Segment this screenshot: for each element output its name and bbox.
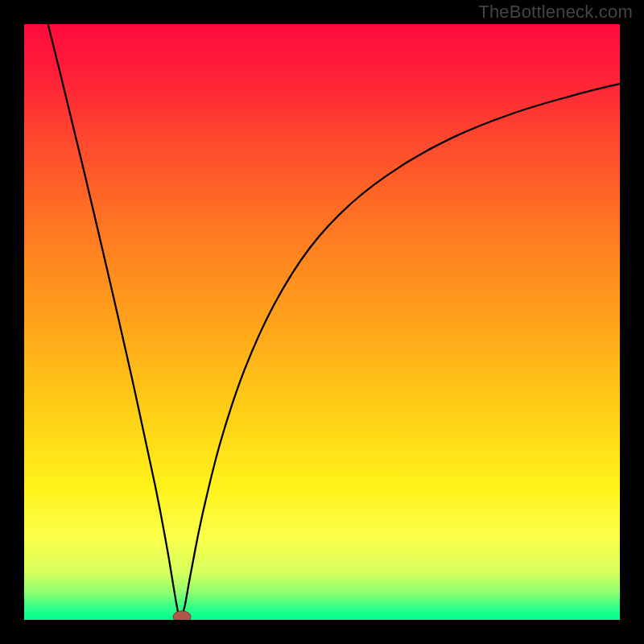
watermark-label: TheBottleneck.com xyxy=(478,2,633,23)
chart-svg xyxy=(24,24,620,620)
gradient-background xyxy=(24,24,620,620)
plot-area xyxy=(24,24,620,620)
app-root: TheBottleneck.com xyxy=(0,0,644,644)
minimum-marker xyxy=(173,611,191,620)
